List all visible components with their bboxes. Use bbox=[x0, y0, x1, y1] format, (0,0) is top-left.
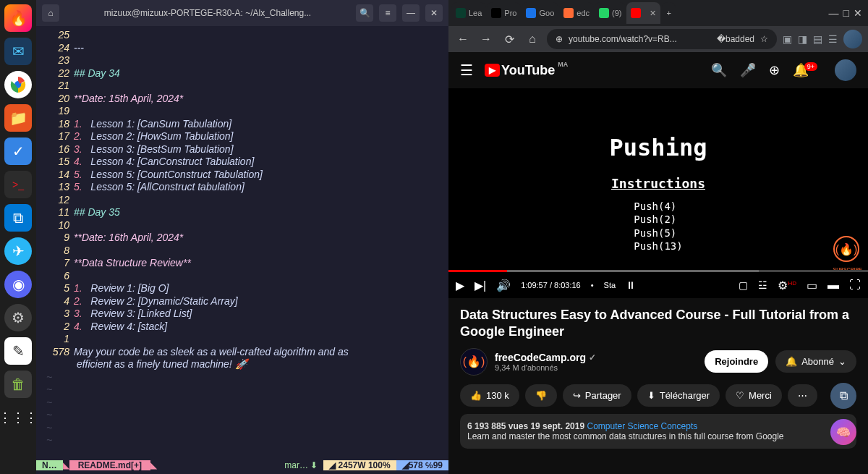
next-button[interactable]: ▶| bbox=[475, 279, 486, 292]
like-button[interactable]: 👍 130 k bbox=[460, 384, 519, 407]
terminal-window: ⌂ mizuux@mizuux-PORTEGE-R30-A: ~/Alx_Cha… bbox=[36, 0, 448, 474]
browser-tab[interactable]: (9) bbox=[595, 2, 626, 24]
new-tab-button[interactable]: + bbox=[662, 2, 675, 24]
miniplayer-button[interactable]: ▭ bbox=[807, 279, 817, 292]
download-button[interactable]: ⬇ Télécharger bbox=[637, 384, 720, 407]
terminal-title: mizuux@mizuux-PORTEGE-R30-A: ~/Alx_Chall… bbox=[65, 8, 350, 18]
url-text: youtube.com/watch?v=RB... bbox=[569, 34, 677, 44]
menu-button[interactable]: ≡ bbox=[379, 4, 396, 22]
reading-icon[interactable]: ☰ bbox=[828, 33, 838, 45]
ai-fab[interactable]: 🧠 bbox=[830, 419, 856, 445]
volume-button[interactable]: 🔊 bbox=[496, 279, 511, 292]
minimize-button[interactable]: — bbox=[402, 4, 420, 22]
dock-vscode[interactable]: ⧉ bbox=[4, 204, 32, 232]
subscriber-count: 9,34 M d'abonnés bbox=[495, 363, 697, 372]
join-button[interactable]: Rejoindre bbox=[705, 350, 768, 373]
dock-telegram[interactable]: ✈ bbox=[4, 237, 32, 265]
window-minimize[interactable]: — bbox=[829, 7, 839, 19]
back-button[interactable]: ← bbox=[454, 33, 472, 46]
bookmark-icon[interactable]: ☆ bbox=[760, 34, 768, 44]
slide-title: Pushing bbox=[610, 134, 707, 161]
autoplay-toggle[interactable]: ▢ bbox=[739, 279, 748, 291]
captions-button[interactable]: ☳ bbox=[758, 279, 767, 291]
share-button[interactable]: ↪ Partager bbox=[563, 384, 631, 407]
search-icon[interactable]: 🔍 bbox=[711, 62, 727, 78]
window-close[interactable]: ✕ bbox=[854, 7, 862, 19]
terminal-titlebar[interactable]: ⌂ mizuux@mizuux-PORTEGE-R30-A: ~/Alx_Cha… bbox=[36, 0, 448, 26]
player-controls: ▶ ▶| 🔊 1:09:57 / 8:03:16 • Sta ⏸ ▢ ☳ ⚙HD… bbox=[448, 272, 868, 298]
theater-button[interactable]: ▬ bbox=[827, 279, 839, 292]
browser-tab[interactable]: ✕ bbox=[626, 2, 660, 24]
copy-fab[interactable]: ⧉ bbox=[830, 383, 856, 409]
dislike-button[interactable]: 👎 bbox=[525, 384, 557, 407]
notifications-icon[interactable]: 🔔9+ bbox=[793, 62, 822, 78]
vim-editor[interactable]: 2524---2322## Day 342120**Date: 15th Apr… bbox=[36, 26, 448, 457]
dock-apps[interactable]: ⋮⋮⋮ bbox=[4, 404, 32, 431]
voice-search-icon[interactable]: 🎤 bbox=[740, 62, 756, 78]
separator: ◣ bbox=[150, 460, 157, 470]
reload-button[interactable]: ⟳ bbox=[501, 33, 518, 46]
browser-tab[interactable]: Pro bbox=[487, 2, 521, 24]
close-button[interactable]: ✕ bbox=[425, 4, 443, 22]
dock-thunderbird[interactable]: ✉ bbox=[4, 38, 32, 65]
chrome-toolbar: ← → ⟳ ⌂ ⊕ youtube.com/watch?v=RB... �bad… bbox=[448, 26, 868, 52]
browser-tab[interactable]: Goo bbox=[522, 2, 558, 24]
dock-trash[interactable]: 🗑 bbox=[4, 371, 32, 398]
channel-avatar[interactable]: (🔥) bbox=[460, 348, 488, 376]
word-count: ◢ 2457W 100% bbox=[323, 460, 396, 470]
topic-link[interactable]: Computer Science Concepts bbox=[587, 421, 697, 431]
chrome-window: LeaProGooedc(9)✕ + — □ ✕ ← → ⟳ ⌂ ⊕ youtu… bbox=[448, 0, 868, 474]
create-icon[interactable]: ⊕ bbox=[769, 62, 780, 78]
vim-statusline: N… ◣ README.md[+] ◣ mar… ⬇ ◢ 2457W 100% … bbox=[36, 457, 448, 474]
channel-row: (🔥) freeCodeCamp.org✓ 9,34 M d'abonnés R… bbox=[460, 348, 856, 376]
git-branch: mar… ⬇ bbox=[278, 460, 323, 470]
subscribed-button[interactable]: 🔔 Abonné ⌄ bbox=[775, 350, 856, 373]
forward-button[interactable]: → bbox=[477, 33, 495, 46]
extension-icon[interactable]: ▣ bbox=[783, 33, 792, 45]
thanks-button[interactable]: ♡ Merci bbox=[726, 384, 782, 407]
translate-icon[interactable]: �badded bbox=[717, 34, 754, 44]
ubuntu-dock: 🔥 ✉ 📁 ✓ >_ ⧉ ✈ ◉ ⚙ ✎ 🗑 ⋮⋮⋮ bbox=[0, 0, 36, 474]
action-row: 👍 130 k 👎 ↪ Partager ⬇ Télécharger ♡ Mer… bbox=[460, 384, 856, 407]
dock-settings[interactable]: ⚙ bbox=[4, 304, 32, 331]
play-button[interactable]: ▶ bbox=[456, 279, 464, 292]
dock-notes[interactable]: ✎ bbox=[4, 337, 32, 365]
settings-button[interactable]: ⚙HD bbox=[778, 279, 796, 292]
dock-terminal[interactable]: >_ bbox=[4, 171, 32, 198]
time-display: 1:09:57 / 8:03:16 bbox=[521, 281, 581, 289]
home-button[interactable]: ⌂ bbox=[42, 4, 59, 22]
profile-avatar[interactable] bbox=[843, 30, 862, 48]
dock-chrome[interactable] bbox=[4, 71, 32, 98]
video-player[interactable]: Pushing Instructions Push(4)Push(2)Push(… bbox=[448, 88, 868, 298]
sidepanel-icon[interactable]: ▤ bbox=[813, 33, 822, 45]
home-button[interactable]: ⌂ bbox=[524, 33, 541, 46]
hamburger-icon[interactable]: ☰ bbox=[460, 62, 473, 79]
fullscreen-button[interactable]: ⛶ bbox=[849, 279, 861, 292]
more-button[interactable]: ⋯ bbox=[788, 384, 817, 407]
browser-tab[interactable]: Lea bbox=[451, 2, 486, 24]
stable-volume[interactable]: Sta bbox=[604, 281, 616, 289]
user-avatar[interactable] bbox=[835, 59, 856, 81]
cast-icon[interactable]: ◨ bbox=[798, 33, 807, 45]
channel-watermark[interactable]: (🔥) bbox=[833, 236, 859, 262]
address-bar[interactable]: ⊕ youtube.com/watch?v=RB... �badded ☆ bbox=[547, 29, 777, 49]
video-metadata: Data Structures Easy to Advanced Course … bbox=[448, 298, 868, 457]
vim-filename: README.md[+] bbox=[69, 460, 150, 470]
dock-discord[interactable]: ◉ bbox=[4, 271, 32, 298]
dock-todo[interactable]: ✓ bbox=[4, 137, 32, 165]
window-maximize[interactable]: □ bbox=[843, 7, 849, 19]
dock-firefox[interactable]: 🔥 bbox=[4, 4, 32, 32]
youtube-logo[interactable]: ▶YouTubeMA bbox=[485, 63, 566, 78]
description-text: Learn and master the most common data st… bbox=[467, 431, 784, 441]
search-button[interactable]: 🔍 bbox=[356, 4, 373, 22]
channel-name[interactable]: freeCodeCamp.org✓ bbox=[495, 352, 697, 363]
dock-files[interactable]: 📁 bbox=[4, 104, 32, 132]
verified-icon: ✓ bbox=[589, 352, 596, 363]
description-box[interactable]: 6 193 885 vues 19 sept. 2019 Computer Sc… bbox=[460, 414, 856, 449]
cursor-pos: ◢578 ℅99 bbox=[396, 460, 448, 470]
stable-toggle[interactable]: ⏸ bbox=[626, 279, 636, 291]
site-info-icon[interactable]: ⊕ bbox=[556, 34, 563, 44]
slide-subtitle: Instructions bbox=[611, 176, 705, 191]
browser-tab[interactable]: edc bbox=[559, 2, 594, 24]
slide-code: Push(4)Push(2)Push(5)Push(13) bbox=[634, 200, 682, 253]
